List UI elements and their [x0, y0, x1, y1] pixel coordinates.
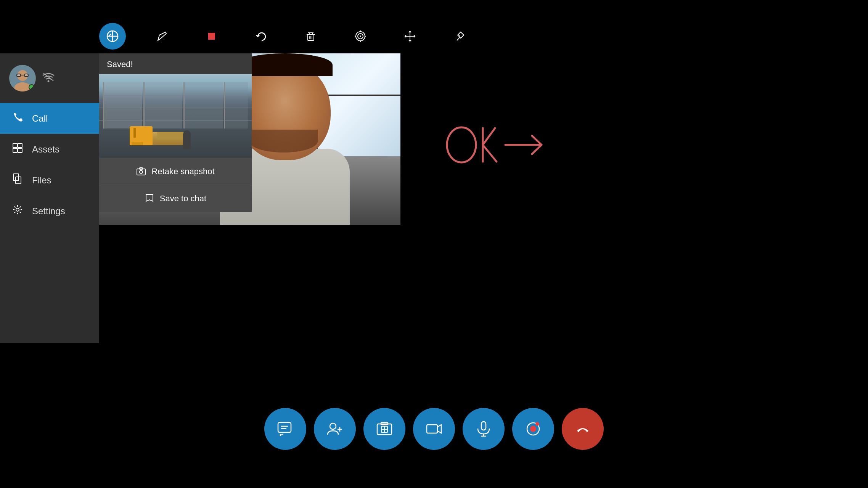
toolbar-target-button[interactable]: [347, 23, 374, 50]
sidebar: Call Assets Files: [0, 53, 99, 343]
toolbar-move-button[interactable]: [397, 23, 423, 50]
svg-point-64: [530, 426, 536, 432]
retake-snapshot-button[interactable]: Retake snapshot: [99, 158, 252, 185]
svg-rect-59: [427, 425, 437, 433]
snapshot-button[interactable]: [363, 408, 405, 450]
snapshot-popup: Saved!: [99, 53, 252, 212]
svg-rect-32: [18, 148, 22, 152]
person-silhouette: [183, 130, 191, 149]
sidebar-item-settings[interactable]: Settings: [0, 196, 99, 226]
svg-rect-31: [13, 148, 17, 152]
svg-marker-39: [146, 194, 153, 201]
video-button[interactable]: [413, 408, 455, 450]
mute-button[interactable]: [463, 408, 505, 450]
svg-point-14: [360, 35, 361, 37]
signal-icon: [42, 72, 55, 85]
online-badge: [29, 84, 35, 90]
svg-rect-24: [17, 74, 21, 77]
material-stack-2: [157, 132, 184, 140]
svg-point-65: [535, 422, 539, 426]
svg-rect-3: [208, 33, 215, 40]
snapshot-saved-label: Saved!: [99, 53, 252, 74]
add-participant-button[interactable]: [314, 408, 356, 450]
sidebar-item-files[interactable]: Files: [0, 165, 99, 196]
chat-button[interactable]: [264, 408, 306, 450]
svg-rect-47: [278, 422, 291, 432]
shelf-line-2: [99, 108, 252, 108]
svg-rect-25: [24, 74, 28, 77]
toolbar-undo-button[interactable]: [248, 23, 275, 50]
avatar: [9, 65, 36, 92]
shelf-line-1: [99, 95, 252, 96]
record-button[interactable]: [512, 408, 554, 450]
call-icon: [11, 111, 24, 125]
snapshot-image: [99, 74, 252, 158]
svg-line-46: [532, 145, 542, 154]
toolbar-pointer-button[interactable]: [99, 23, 126, 50]
svg-point-35: [16, 208, 19, 211]
sidebar-item-settings-label: Settings: [32, 206, 65, 217]
sidebar-item-files-label: Files: [32, 175, 51, 186]
svg-rect-60: [481, 422, 486, 430]
warehouse-bg: [99, 74, 252, 158]
save-to-chat-label: Save to chat: [160, 194, 206, 204]
sidebar-item-assets-label: Assets: [32, 144, 59, 155]
sidebar-user: [0, 57, 99, 103]
svg-rect-36: [137, 169, 145, 175]
svg-line-42: [483, 128, 495, 145]
forklift: [130, 126, 153, 145]
end-call-button[interactable]: [562, 408, 604, 450]
svg-point-40: [447, 127, 476, 162]
svg-rect-29: [13, 143, 17, 148]
save-to-chat-button[interactable]: Save to chat: [99, 185, 252, 212]
toolbar: [99, 23, 473, 50]
toolbar-delete-button[interactable]: [297, 23, 324, 50]
svg-line-45: [532, 136, 542, 145]
files-icon: [11, 173, 24, 187]
sidebar-item-call[interactable]: Call: [0, 103, 99, 134]
toolbar-pen-button[interactable]: [149, 23, 175, 50]
shelf-line-3: [99, 120, 252, 121]
assets-icon: [11, 142, 24, 156]
svg-rect-30: [18, 143, 22, 148]
warehouse-shelves: [99, 82, 252, 128]
svg-line-43: [483, 145, 497, 162]
toolbar-shape-button[interactable]: [198, 23, 225, 50]
toolbar-pin-button[interactable]: [446, 23, 473, 50]
ok-arrow-annotation: [431, 114, 583, 229]
bottom-controls: [264, 408, 604, 450]
settings-icon: [11, 204, 24, 218]
sidebar-item-assets[interactable]: Assets: [0, 134, 99, 165]
sidebar-item-call-label: Call: [32, 113, 48, 124]
svg-point-37: [140, 170, 143, 173]
svg-point-50: [330, 423, 336, 429]
svg-point-27: [48, 80, 50, 82]
svg-line-19: [457, 38, 459, 40]
retake-snapshot-label: Retake snapshot: [151, 167, 214, 177]
